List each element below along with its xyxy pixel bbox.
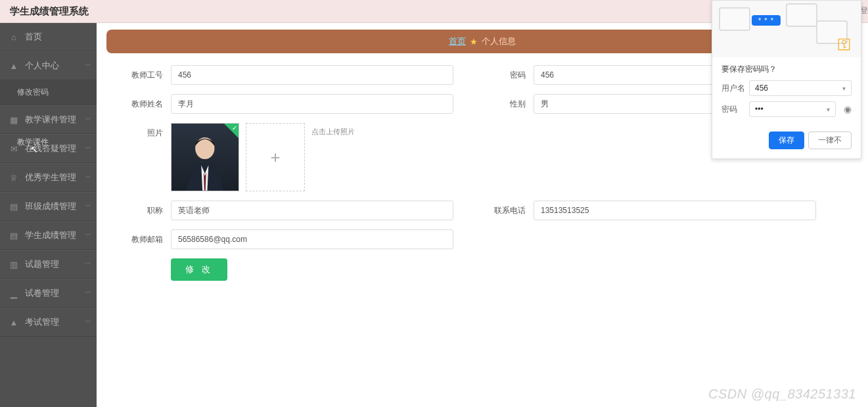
watermark-text: CSDN @qq_834251331 [708, 387, 856, 402]
popup-prompt: 要保存密码吗？ [721, 64, 852, 75]
popup-user-value: 456 [755, 84, 768, 93]
chevron-down-icon: ﹀ [85, 260, 91, 269]
sidebar-item-label: 首页 [25, 31, 42, 43]
chevron-down-icon: ﹀ [85, 115, 91, 124]
plus-icon: + [270, 147, 280, 168]
label-phone: 联系电话 [482, 201, 534, 220]
sidebar-item-label: 班级成绩管理 [25, 201, 76, 212]
avatar-illustration [178, 130, 232, 191]
sidebar-item-exam[interactable]: ▲ 考试管理 ﹀ [0, 308, 97, 337]
sidebar-item-label: 考试管理 [25, 316, 59, 328]
popup-user-label: 用户名 [721, 83, 749, 94]
sidebar-item-label: 学生成绩管理 [25, 229, 76, 241]
sidebar-item-student-score[interactable]: ▤ 学生成绩管理 ﹀ [0, 221, 97, 250]
input-title[interactable] [171, 201, 453, 220]
star-icon: ★ [470, 37, 478, 47]
sidebar-item-personal[interactable]: ▲ 个人中心 ﹀ [0, 51, 97, 80]
trophy-icon: ♕ [9, 173, 18, 182]
sidebar-sub-courseware[interactable]: 教学课件 [17, 137, 49, 148]
popup-never-button[interactable]: 一律不 [808, 132, 852, 149]
input-teacher-name[interactable] [171, 94, 453, 114]
chevron-down-icon: ﹀ [85, 318, 91, 327]
sidebar-item-label: 优秀学生管理 [25, 172, 76, 183]
input-teacher-id[interactable] [171, 65, 453, 85]
eye-icon[interactable]: ◉ [844, 104, 852, 114]
photo-add-button[interactable]: + [246, 123, 305, 191]
sidebar-sub-label: 修改密码 [17, 87, 49, 97]
password-chip: * * * [752, 15, 781, 26]
save-password-popup: * * * ⚿ 要保存密码吗？ 用户名 456 ▾ 密码 ••• ▾ ◉ 保存 … [712, 0, 861, 159]
sidebar-sub-change-password[interactable]: 修改密码 [0, 80, 97, 105]
chevron-down-icon: ﹀ [85, 173, 91, 182]
breadcrumb-home-link[interactable]: 首页 [449, 36, 466, 47]
popup-pwd-value: ••• [755, 105, 764, 114]
popup-pwd-label: 密码 [721, 104, 749, 115]
popup-pwd-field[interactable]: ••• ▾ [749, 101, 836, 117]
popup-user-field[interactable]: 456 ▾ [749, 80, 852, 96]
chevron-down-icon[interactable]: ▾ [827, 106, 830, 113]
sidebar-item-qa[interactable]: 教学课件 ↖ ✉ 在线答疑管理 ﹀ [0, 134, 97, 163]
sidebar-item-courseware[interactable]: ▦ 教学课件管理 ﹀ [0, 105, 97, 134]
grid-icon: ▦ [9, 115, 18, 124]
label-password: 密码 [482, 65, 534, 85]
chevron-down-icon: ﹀ [85, 289, 91, 298]
sidebar: ⌂ 首页 ▲ 个人中心 ﹀ 修改密码 ▦ 教学课件管理 ﹀ 教学课件 ↖ ✉ 在… [0, 23, 97, 407]
label-teacher-id: 教师工号 [120, 65, 171, 85]
svg-point-0 [195, 137, 214, 159]
popup-illustration: * * * ⚿ [712, 1, 861, 57]
key-icon: ⚿ [837, 36, 852, 53]
bars-icon: ▁ [9, 289, 18, 298]
home-icon: ⌂ [9, 32, 18, 41]
file-icon: ▥ [9, 260, 18, 269]
sidebar-item-home[interactable]: ⌂ 首页 [0, 23, 97, 51]
illus-box-icon [719, 7, 750, 31]
photo-thumbnail[interactable]: ✓ [171, 123, 239, 191]
flag-icon: ▤ [9, 202, 18, 211]
chevron-down-icon: ﹀ [85, 202, 91, 211]
list-icon: ▤ [9, 231, 18, 240]
sidebar-item-label: 试卷管理 [25, 287, 59, 299]
check-icon: ✓ [232, 124, 237, 132]
submit-button[interactable]: 修 改 [171, 258, 227, 281]
input-phone[interactable] [534, 201, 816, 220]
user-icon: ▲ [9, 318, 18, 327]
sidebar-item-papers[interactable]: ▁ 试卷管理 ﹀ [0, 279, 97, 308]
label-photo: 照片 [120, 123, 171, 143]
chevron-down-icon: ﹀ [85, 231, 91, 240]
chevron-down-icon: ﹀ [85, 144, 91, 153]
label-gender: 性别 [482, 94, 534, 114]
breadcrumb-current: 个人信息 [482, 36, 516, 47]
sidebar-item-excellent[interactable]: ♕ 优秀学生管理 ﹀ [0, 163, 97, 192]
label-title: 职称 [120, 201, 171, 220]
upload-hint: 点击上传照片 [311, 127, 355, 191]
popup-save-button[interactable]: 保存 [769, 132, 804, 149]
sidebar-item-label: 教学课件管理 [25, 114, 76, 126]
label-teacher-name: 教师姓名 [120, 94, 171, 114]
input-email[interactable] [171, 229, 453, 249]
sidebar-item-label: 试题管理 [25, 258, 59, 270]
sidebar-item-label: 个人中心 [25, 60, 59, 72]
chevron-down-icon: ﹀ [85, 61, 91, 70]
app-title: 学生成绩管理系统 [10, 5, 89, 18]
user-icon: ▲ [9, 61, 18, 70]
illus-box-icon [786, 3, 817, 27]
label-email: 教师邮箱 [120, 229, 171, 249]
sidebar-item-class-score[interactable]: ▤ 班级成绩管理 ﹀ [0, 192, 97, 221]
sidebar-item-questions[interactable]: ▥ 试题管理 ﹀ [0, 250, 97, 279]
select-gender-value: 男 [541, 99, 549, 110]
chevron-down-icon[interactable]: ▾ [842, 85, 846, 92]
